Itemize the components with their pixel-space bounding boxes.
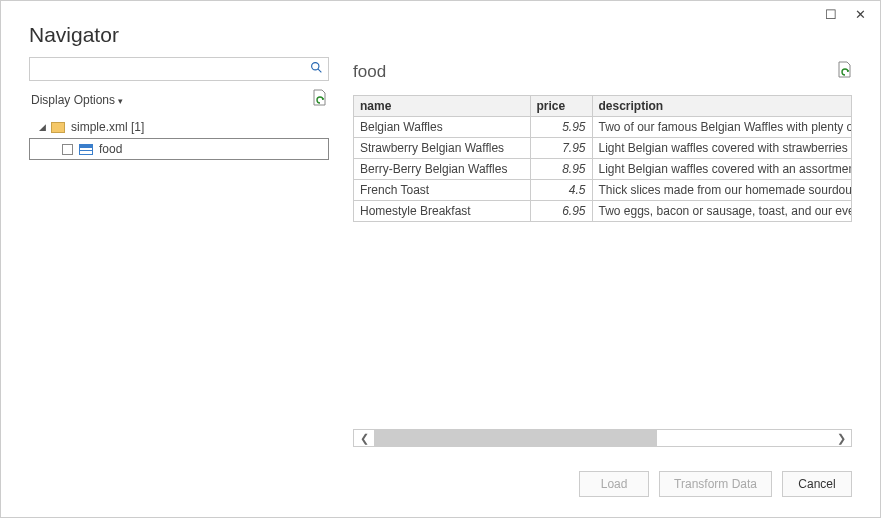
scroll-right-icon[interactable]: ❯ [831,432,851,445]
page-title: Navigator [29,23,852,47]
tree-root-item[interactable]: ◢ simple.xml [1] [29,116,329,138]
cell-name: Strawberry Belgian Waffles [354,138,530,159]
cell-name: Homestyle Breakfast [354,201,530,222]
search-icon[interactable] [310,61,323,77]
cell-name: Berry-Berry Belgian Waffles [354,159,530,180]
checkbox[interactable] [62,144,73,155]
cell-name: Belgian Waffles [354,117,530,138]
column-header[interactable]: description [592,96,852,117]
cell-price: 7.95 [530,138,592,159]
tree-root-label: simple.xml [1] [71,120,144,134]
horizontal-scrollbar[interactable]: ❮ ❯ [353,429,852,447]
table-row[interactable]: French Toast4.5Thick slices made from ou… [354,180,852,201]
display-options-dropdown[interactable]: Display Options [31,93,123,107]
table-row[interactable]: Homestyle Breakfast6.95Two eggs, bacon o… [354,201,852,222]
cell-price: 4.5 [530,180,592,201]
svg-line-1 [318,69,321,72]
cell-description: Two of our famous Belgian Waffles with p… [592,117,852,138]
cell-price: 6.95 [530,201,592,222]
refresh-icon[interactable] [836,61,852,83]
refresh-icon[interactable] [311,89,327,110]
collapse-arrow-icon[interactable]: ◢ [39,122,49,132]
preview-table: name price description Belgian Waffles5.… [354,96,852,222]
table-row[interactable]: Berry-Berry Belgian Waffles8.95Light Bel… [354,159,852,180]
column-header[interactable]: name [354,96,530,117]
folder-icon [51,122,65,133]
tree-child-item[interactable]: food [29,138,329,160]
cell-description: Two eggs, bacon or sausage, toast, and o… [592,201,852,222]
load-button[interactable]: Load [579,471,649,497]
search-input[interactable] [29,57,329,81]
cell-description: Light Belgian waffles covered with straw… [592,138,852,159]
preview-title: food [353,62,386,82]
table-row[interactable]: Strawberry Belgian Waffles7.95Light Belg… [354,138,852,159]
scroll-left-icon[interactable]: ❮ [354,432,374,445]
transform-data-button[interactable]: Transform Data [659,471,772,497]
svg-point-0 [312,63,319,70]
cell-price: 5.95 [530,117,592,138]
cancel-button[interactable]: Cancel [782,471,852,497]
close-icon[interactable]: ✕ [855,7,866,31]
tree-child-label: food [99,142,122,156]
cell-price: 8.95 [530,159,592,180]
cell-description: Light Belgian waffles covered with an as… [592,159,852,180]
cell-name: French Toast [354,180,530,201]
column-header[interactable]: price [530,96,592,117]
maximize-icon[interactable]: ☐ [825,7,837,31]
cell-description: Thick slices made from our homemade sour… [592,180,852,201]
table-row[interactable]: Belgian Waffles5.95Two of our famous Bel… [354,117,852,138]
table-icon [79,144,93,155]
scrollbar-thumb[interactable] [374,430,657,446]
